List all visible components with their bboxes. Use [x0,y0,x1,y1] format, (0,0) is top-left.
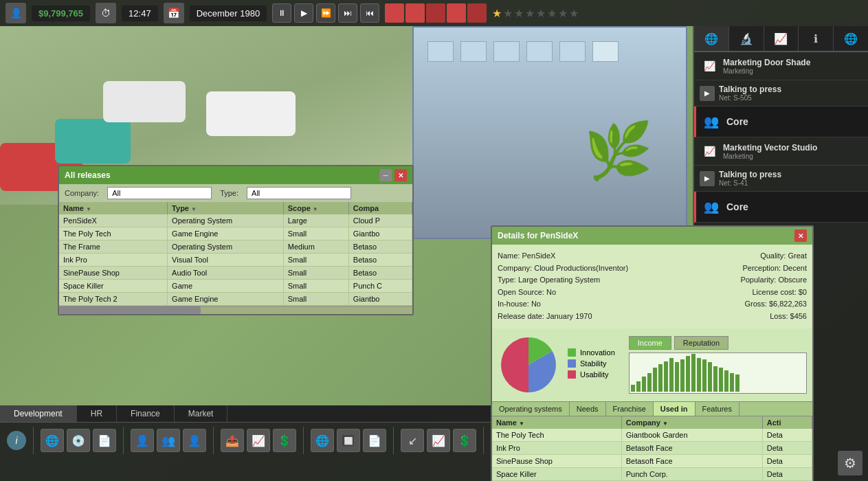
releases-scroll-thumb[interactable] [59,306,201,314]
finance-icon-chart[interactable]: 📈 [247,429,270,452]
col-header-company[interactable]: Compa [348,202,412,214]
market-icon-globe[interactable]: 🌐 [311,429,334,452]
table-row[interactable]: The FrameOperating SystemMediumBetaso [59,240,412,254]
details-info-grid: Name: PenSideX Company: Cloud Production… [498,250,807,323]
used-col-company[interactable]: Company ▼ [621,416,762,429]
sidebar-item-marketing-vector-studio[interactable]: 📈 Marketing Vector Studio Marketing [694,137,868,166]
play-btn-2[interactable]: ▶ [700,171,715,186]
play-button[interactable]: ▶ [294,3,313,23]
table-row[interactable]: Ink ProVisual ToolSmallBetaso [59,254,412,267]
color-block-1[interactable] [385,3,404,23]
finance-icon-dollar[interactable]: 💲 [273,429,296,452]
fast-forward-button[interactable]: ⏩ [316,3,335,23]
used-col-action[interactable]: Acti [762,416,812,429]
detail-popularity: Popularity: Obscure [740,274,807,287]
table-row[interactable]: The Poly Tech 2Game EngineSmallGiantbo [59,293,412,306]
sidebar-item-talking-press-1[interactable]: ▶ Talking to press Net: S-505 [694,80,868,107]
hr-icon-people[interactable]: 👤 [183,429,206,452]
releases-tbody: PenSideXOperating SystemLargeCloud PThe … [59,214,412,306]
sidebar-item-marketing-door-shade[interactable]: 📈 Marketing Door Shade Marketing [694,52,868,80]
list-item[interactable]: SinePause ShopBetasoft FaceDeta [492,454,812,467]
bottom-tab-finance[interactable]: Finance [117,405,175,422]
bar-13 [702,359,706,391]
color-block-4[interactable] [447,3,466,23]
col-header-type[interactable]: Type ▼ [168,202,284,214]
legend-usability: Usability [568,370,615,379]
color-block-2[interactable] [405,3,425,23]
col-header-name[interactable]: Name ▼ [59,202,168,214]
hr-icons: 👤 👥 👤 [131,429,206,452]
play-btn-1[interactable]: ▶ [700,86,715,101]
clock-icon: ⏱ [96,3,116,23]
color-block-5[interactable] [467,3,487,23]
sidebar-tab-science[interactable]: 🔬 [729,26,764,51]
sidebar-item-sub-talking-1: Net: S-505 [719,94,863,102]
used-cell-3-0: Space Killer [492,467,621,480]
bar-chart [629,353,807,394]
releases-cell-1-0: The Poly Tech [59,227,168,240]
hr-icon-person[interactable]: 👤 [131,429,154,452]
star-6: ★ [547,7,557,20]
sidebar-tab-globe2[interactable]: 🌐 [834,26,868,51]
table-row[interactable]: The Poly TechGame EngineSmallGiantbo [59,227,412,240]
table-row[interactable]: PenSideXOperating SystemLargeCloud P [59,214,412,227]
bottom-tab-market[interactable]: Market [175,405,228,422]
gear-settings-button[interactable]: ⚙ [838,451,863,476]
details-tab-needs[interactable]: Needs [570,402,606,416]
extra-icon-2[interactable]: 📈 [427,429,450,452]
type-filter-input[interactable] [247,187,351,199]
detail-gross: Gross: $6,822,263 [740,298,807,311]
sidebar-tab-chart[interactable]: 📈 [764,26,799,51]
sidebar-item-title-mvs: Marketing Vector Studio [723,143,863,153]
hr-icon-add-person[interactable]: 👥 [157,429,180,452]
info-icon[interactable]: i [7,431,26,450]
market-icon-grid[interactable]: 🔲 [337,429,360,452]
details-tab-features[interactable]: Features [695,402,739,416]
used-cell-1-1: Betasoft Face [621,441,762,454]
used-col-name[interactable]: Name ▼ [492,416,621,429]
sidebar-tab-info[interactable]: ℹ [799,26,834,51]
pause-button[interactable]: ⏸ [272,3,291,23]
releases-cell-2-2: Medium [283,240,348,254]
releases-window: All releases ─ ✕ Company: Type: Name ▼ T… [58,165,414,315]
market-icon-list[interactable]: 📄 [363,429,386,452]
releases-minimize-btn[interactable]: ─ [379,169,392,181]
finance-icon-upload[interactable]: 📤 [221,429,244,452]
bar-14 [708,362,712,392]
releases-cell-6-3: Giantbo [348,293,412,306]
details-tab-franchise[interactable]: Franchise [606,402,654,416]
list-item[interactable]: Ink ProBetasoft FaceDeta [492,441,812,454]
dev-icon-disc[interactable]: 💿 [67,429,90,452]
dev-icon-globe[interactable]: 🌐 [41,429,64,452]
releases-scrollbar[interactable] [59,306,412,314]
company-filter-input[interactable] [107,187,212,199]
details-tab-operating-systems[interactable]: Operating systems [492,402,570,416]
bottom-tab-hr[interactable]: HR [77,405,117,422]
car-white1 [103,81,186,122]
table-row[interactable]: SinePause ShopAudio ToolSmallBetaso [59,267,412,280]
releases-cell-6-2: Small [283,293,348,306]
details-tab-used-in[interactable]: Used in [654,402,695,416]
bottom-tab-development[interactable]: Development [0,405,77,422]
releases-cell-6-1: Game Engine [168,293,284,306]
sidebar-tab-globe[interactable]: 🌐 [694,26,729,51]
divider-5 [393,427,394,454]
col-header-scope[interactable]: Scope ▼ [283,202,348,214]
releases-cell-2-3: Betaso [348,240,412,254]
sidebar-item-talking-press-2[interactable]: ▶ Talking to press Net: S-41 [694,166,868,192]
extra-icon-3[interactable]: 💲 [453,429,476,452]
details-close-btn[interactable]: ✕ [794,230,807,242]
color-block-3[interactable] [426,3,445,23]
bar-1 [636,381,641,392]
faster-button[interactable]: ⏭ [338,3,357,23]
dev-icon-doc[interactable]: 📄 [93,429,116,452]
extra-icon-1[interactable]: ↙ [401,429,424,452]
chart-tab-income[interactable]: Income [629,336,671,350]
table-row[interactable]: Space KillerGameSmallPunch C [59,280,412,293]
skip-button[interactable]: ⏮ [360,3,379,23]
releases-cell-4-1: Audio Tool [168,267,284,280]
list-item[interactable]: Space KillerPunch Corp.Deta [492,467,812,480]
releases-close-btn[interactable]: ✕ [394,169,407,181]
list-item[interactable]: The Poly TechGiantbook GardenDeta [492,429,812,442]
chart-tab-reputation[interactable]: Reputation [674,336,728,350]
